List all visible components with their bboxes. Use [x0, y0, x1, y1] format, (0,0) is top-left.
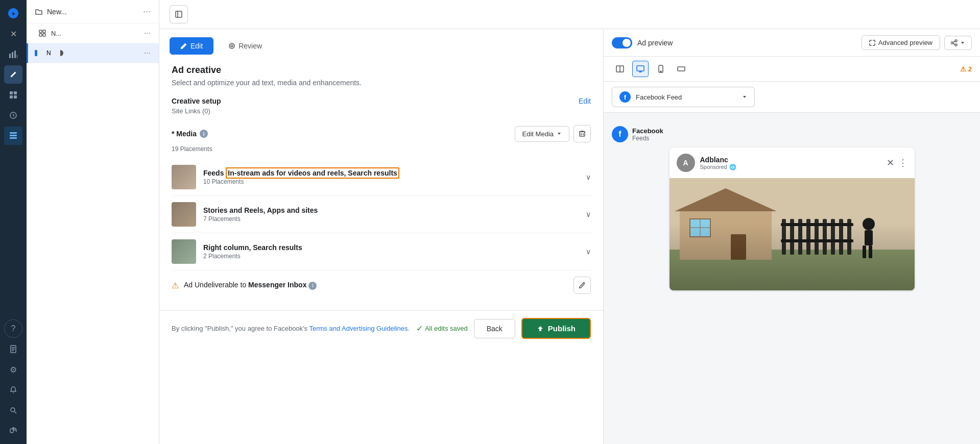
back-button[interactable]: Back — [474, 319, 515, 338]
creative-content: Ad creative Select and optimize your ad … — [159, 55, 603, 310]
share-button[interactable] — [944, 36, 972, 50]
nav-item-n-more[interactable]: ··· — [144, 29, 151, 38]
svg-line-37 — [953, 41, 955, 42]
close-x-icon[interactable]: ✕ — [887, 157, 894, 168]
svg-point-34 — [955, 40, 957, 42]
svg-line-38 — [953, 43, 955, 44]
preview-ad-card: A Adblanc Sponsored 🌐 ✕ ⋮ — [670, 147, 915, 290]
sidebar: f ✕ ? ⚙ — [0, 0, 27, 444]
feeds-chevron-icon[interactable]: ∨ — [586, 173, 591, 181]
settings-icon[interactable]: ⚙ — [4, 360, 22, 379]
terms-link[interactable]: Terms and Advertising Guidelines. — [309, 325, 410, 332]
landscape-icon[interactable] — [673, 61, 689, 77]
creative-setup-edit-link[interactable]: Edit — [579, 97, 591, 105]
sidebar-toggle-button[interactable] — [170, 5, 188, 23]
placement-feeds[interactable]: Feeds In-stream ads for videos and reels… — [172, 159, 591, 196]
platform-label: Facebook Feed — [636, 93, 682, 101]
bottom-actions: ✓ All edits saved Back Publish — [416, 318, 591, 339]
preview-image-overlay — [670, 223, 915, 290]
more-dots-icon[interactable]: ⋮ — [898, 157, 907, 168]
platform-select-dropdown[interactable]: f Facebook Feed — [612, 87, 755, 107]
stories-name: Stories and Reels, Apps and sites — [203, 206, 579, 214]
feeds-info: Feeds In-stream ads for videos and reels… — [203, 169, 579, 185]
svg-line-18 — [14, 411, 16, 413]
advanced-preview-button[interactable]: Advanced preview — [862, 35, 940, 50]
feeds-count: 10 Placements — [203, 178, 579, 185]
feeds-name: Feeds In-stream ads for videos and reels… — [203, 169, 579, 177]
active-item-more[interactable]: ··· — [144, 48, 151, 58]
preview-panel: Ad preview Advanced preview — [604, 29, 980, 444]
debug-icon[interactable] — [4, 422, 22, 440]
search-icon[interactable] — [4, 401, 22, 420]
terms-text: By clicking "Publish," you agree to Face… — [172, 325, 410, 332]
wrench-button[interactable] — [573, 277, 591, 294]
svg-rect-6 — [14, 91, 17, 94]
help-icon[interactable]: ? — [4, 319, 22, 338]
svg-line-21 — [16, 431, 17, 432]
toggle-knob — [623, 39, 631, 47]
history-icon[interactable] — [4, 106, 22, 125]
warning-info-icon[interactable]: i — [308, 282, 317, 290]
review-tab-label: Review — [238, 42, 262, 50]
preview-sponsored: Sponsored 🌐 — [700, 164, 736, 170]
edit-icon[interactable] — [4, 65, 22, 84]
svg-rect-2 — [12, 52, 13, 58]
terms-prefix: By clicking "Publish," you agree to Face… — [172, 325, 307, 332]
dashboard-icon[interactable] — [4, 86, 22, 104]
pages-icon[interactable] — [4, 340, 22, 358]
right-col-chevron-icon[interactable]: ∨ — [586, 248, 591, 256]
table-icon[interactable] — [4, 127, 22, 145]
main-content: Edit Review Ad creative Select and optim… — [159, 0, 980, 444]
review-tab[interactable]: Review — [218, 37, 273, 55]
left-nav-header: New... ··· — [27, 0, 159, 23]
media-info-icon[interactable]: i — [200, 130, 208, 138]
delete-media-button[interactable] — [573, 125, 591, 142]
edit-media-button[interactable]: Edit Media — [515, 126, 569, 142]
publish-button[interactable]: Publish — [521, 318, 591, 339]
meta-logo-icon[interactable]: f — [4, 4, 22, 22]
svg-rect-8 — [14, 95, 17, 98]
preview-ad-image — [670, 178, 915, 290]
ad-preview-toggle: Ad preview — [612, 37, 673, 48]
platform-select-left: f Facebook Feed — [619, 91, 682, 103]
close-icon[interactable]: ✕ — [4, 24, 22, 43]
edit-review-tabs: Edit Review — [159, 29, 603, 55]
split-view-icon[interactable] — [612, 61, 628, 77]
bell-icon[interactable] — [4, 381, 22, 399]
mobile-icon[interactable] — [653, 61, 669, 77]
placement-stories[interactable]: Stories and Reels, Apps and sites 7 Plac… — [172, 196, 591, 233]
device-icon-group — [612, 61, 689, 77]
preview-content: f Facebook Feeds A Adblanc Spon — [604, 113, 980, 444]
active-item-letter: N — [46, 50, 51, 57]
svg-rect-26 — [35, 50, 37, 56]
warning-text: Ad Undeliverable to Messenger Inbox i — [184, 281, 568, 290]
ad-preview-toggle-switch[interactable] — [612, 37, 632, 48]
svg-rect-3 — [14, 51, 16, 58]
ad-preview-label: Ad preview — [637, 39, 673, 47]
edit-tab[interactable]: Edit — [170, 37, 213, 55]
right-col-thumb — [172, 239, 196, 264]
nav-item-active[interactable]: N ··· — [27, 43, 159, 63]
device-tabs: ⚠ 2 — [604, 57, 980, 82]
svg-rect-7 — [10, 95, 13, 98]
analytics-icon[interactable] — [4, 45, 22, 63]
placements-count-label: 19 Placements — [172, 145, 591, 153]
desktop-icon[interactable] — [632, 61, 649, 77]
nav-more-icon[interactable]: ··· — [143, 6, 151, 17]
stories-chevron-icon[interactable]: ∨ — [586, 210, 591, 218]
feeds-thumb — [172, 165, 196, 189]
preview-close-row[interactable]: ✕ ⋮ — [887, 157, 907, 168]
svg-rect-41 — [637, 66, 644, 71]
content-area: Edit Review Ad creative Select and optim… — [159, 29, 980, 444]
warning-row: ⚠ Ad Undeliverable to Messenger Inbox i — [172, 270, 591, 300]
placement-right-col[interactable]: Right column, Search results 2 Placement… — [172, 233, 591, 270]
preview-feeds-label: Feeds — [632, 135, 663, 142]
left-nav-panel: New... ··· N... ··· N ··· — [27, 0, 159, 444]
saved-text-label: All edits saved — [425, 325, 468, 332]
edit-tab-label: Edit — [190, 42, 203, 50]
svg-point-36 — [951, 42, 953, 44]
svg-rect-11 — [10, 135, 17, 136]
preview-fb-icon: f — [612, 126, 628, 142]
nav-item-n[interactable]: N... ··· — [27, 23, 159, 43]
svg-point-19 — [14, 428, 16, 430]
